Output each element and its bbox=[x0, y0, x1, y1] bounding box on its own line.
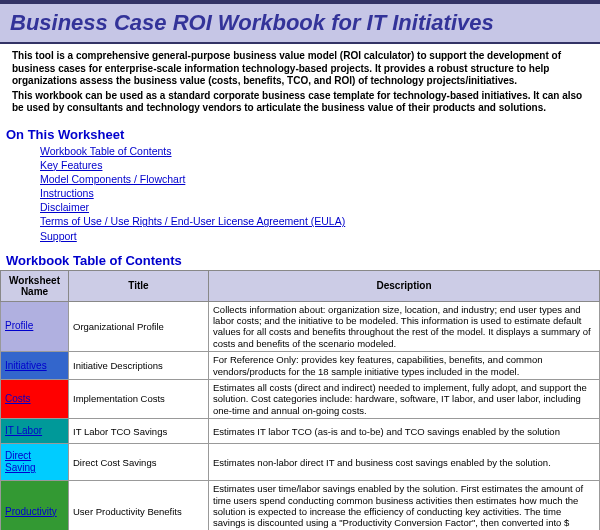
link-productivity[interactable]: Productivity bbox=[1, 500, 68, 524]
page-title: Business Case ROI Workbook for IT Initia… bbox=[10, 10, 590, 36]
nav-list: Workbook Table of Contents Key Features … bbox=[0, 144, 600, 251]
nav-link-features[interactable]: Key Features bbox=[40, 158, 600, 172]
cell-title: Direct Cost Savings bbox=[69, 444, 209, 481]
title-bar: Business Case ROI Workbook for IT Initia… bbox=[0, 0, 600, 44]
nav-link-instructions[interactable]: Instructions bbox=[40, 186, 600, 200]
link-direct-saving[interactable]: Direct Saving bbox=[1, 444, 68, 480]
nav-link-disclaimer[interactable]: Disclaimer bbox=[40, 200, 600, 214]
table-row: Productivity User Productivity Benefits … bbox=[1, 481, 600, 530]
cell-title: Initiative Descriptions bbox=[69, 352, 209, 380]
intro-p1: This tool is a comprehensive general-pur… bbox=[12, 50, 588, 88]
intro-p2: This workbook can be used as a standard … bbox=[12, 90, 588, 115]
col-worksheet-name: Worksheet Name bbox=[1, 270, 69, 301]
link-profile[interactable]: Profile bbox=[1, 314, 68, 338]
link-initiatives[interactable]: Initiatives bbox=[1, 354, 68, 378]
table-row: Direct Saving Direct Cost Savings Estima… bbox=[1, 444, 600, 481]
cell-title: IT Labor TCO Savings bbox=[69, 419, 209, 444]
toc-header-row: Worksheet Name Title Description bbox=[1, 270, 600, 301]
table-row: IT Labor IT Labor TCO Savings Estimates … bbox=[1, 419, 600, 444]
nav-link-eula[interactable]: Terms of Use / Use Rights / End-User Lic… bbox=[40, 214, 600, 228]
table-row: Profile Organizational Profile Collects … bbox=[1, 301, 600, 352]
cell-desc: Estimates IT labor TCO (as-is and to-be)… bbox=[209, 419, 600, 444]
table-row: Initiatives Initiative Descriptions For … bbox=[1, 352, 600, 380]
toc-table: Worksheet Name Title Description Profile… bbox=[0, 270, 600, 530]
cell-desc: For Reference Only: provides key feature… bbox=[209, 352, 600, 380]
cell-title: Organizational Profile bbox=[69, 301, 209, 352]
nav-link-toc[interactable]: Workbook Table of Contents bbox=[40, 144, 600, 158]
nav-heading: On This Worksheet bbox=[0, 125, 600, 144]
link-it-labor[interactable]: IT Labor bbox=[1, 419, 68, 443]
cell-desc: Estimates user time/labor savings enable… bbox=[209, 481, 600, 530]
cell-title: Implementation Costs bbox=[69, 380, 209, 419]
cell-desc: Collects information about: organization… bbox=[209, 301, 600, 352]
intro-block: This tool is a comprehensive general-pur… bbox=[0, 44, 600, 125]
table-row: Costs Implementation Costs Estimates all… bbox=[1, 380, 600, 419]
cell-title: User Productivity Benefits bbox=[69, 481, 209, 530]
link-costs[interactable]: Costs bbox=[1, 387, 68, 411]
nav-link-support[interactable]: Support bbox=[40, 229, 600, 243]
cell-desc: Estimates all costs (direct and indirect… bbox=[209, 380, 600, 419]
toc-heading: Workbook Table of Contents bbox=[0, 251, 600, 270]
cell-desc: Estimates non-labor direct IT and busine… bbox=[209, 444, 600, 481]
nav-link-flowchart[interactable]: Model Components / Flowchart bbox=[40, 172, 600, 186]
col-description: Description bbox=[209, 270, 600, 301]
col-title: Title bbox=[69, 270, 209, 301]
